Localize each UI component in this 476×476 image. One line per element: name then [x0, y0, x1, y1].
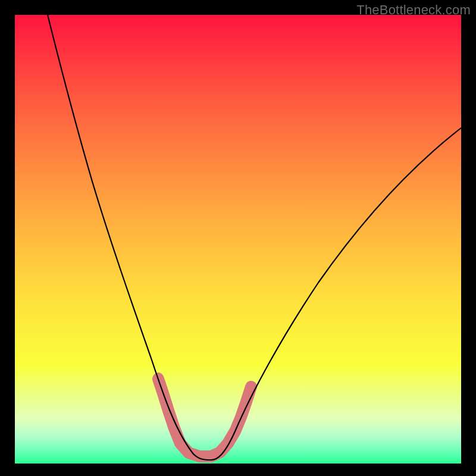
bottleneck-curve-svg	[15, 15, 461, 464]
chart-area	[15, 15, 461, 464]
watermark-text: TheBottleneck.com	[356, 2, 471, 18]
bottleneck-curve-left	[48, 15, 211, 460]
